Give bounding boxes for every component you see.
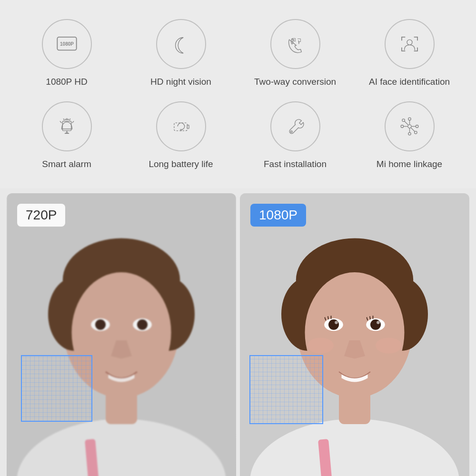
svg-line-19 [411, 128, 415, 131]
features-grid: 1080P 1080P HD HD night vision [10, 14, 466, 179]
feature-1080p-hd: 1080P 1080P HD [10, 14, 124, 97]
panel-720p: 720P [7, 193, 236, 476]
icon-two-way [270, 19, 320, 69]
pixel-zoom-box-1080 [249, 355, 323, 424]
alarm-icon [54, 113, 80, 139]
icon-installation [270, 101, 320, 151]
feature-label-1080p: 1080P HD [46, 77, 87, 87]
feature-night-vision: HD night vision [124, 14, 238, 97]
features-section: 1080P 1080P HD HD night vision [0, 0, 476, 188]
feature-mi-home: Mi home linkage [352, 97, 466, 179]
svg-line-18 [404, 121, 408, 125]
svg-point-32 [137, 319, 148, 330]
svg-point-46 [370, 319, 381, 330]
feature-label-night: HD night vision [150, 77, 211, 87]
svg-point-6 [290, 131, 292, 133]
svg-point-2 [407, 40, 412, 45]
feature-two-way: Two-way conversion [238, 14, 352, 97]
svg-point-30 [95, 319, 106, 330]
face-1080-container [240, 193, 469, 476]
feature-label-faceid: AI face identification [369, 77, 450, 87]
icon-1080p: 1080P [42, 19, 92, 69]
badge-720p: 720P [17, 204, 65, 227]
feature-battery: Long battery life [124, 97, 238, 179]
feature-smart-alarm: Smart alarm [10, 97, 124, 179]
svg-point-47 [377, 321, 380, 324]
icon-face-id [385, 19, 435, 69]
icon-alarm [42, 101, 92, 151]
icon-night-vision [156, 19, 206, 69]
face-720-container [7, 193, 236, 476]
svg-point-10 [401, 125, 404, 128]
svg-point-9 [408, 132, 411, 135]
person-720-svg [7, 193, 236, 476]
icon-mi-home [385, 101, 435, 151]
1080p-icon: 1080P [54, 31, 80, 57]
person-1080-svg [240, 193, 469, 476]
svg-point-49 [376, 338, 402, 354]
feature-label-alarm: Smart alarm [42, 159, 91, 169]
feature-label-install: Fast installation [264, 159, 327, 169]
badge-1080p: 1080P [250, 204, 306, 227]
svg-rect-5 [187, 125, 189, 129]
feature-face-id: AI face identification [352, 14, 466, 97]
face-scan-icon [397, 31, 423, 57]
svg-text:1080P: 1080P [60, 41, 73, 47]
panel-1080p: 1080P [240, 193, 469, 476]
svg-point-11 [416, 125, 418, 128]
icon-battery [156, 101, 206, 151]
svg-point-8 [408, 118, 411, 120]
network-icon [397, 113, 423, 139]
svg-point-44 [335, 321, 338, 324]
wrench-icon [282, 113, 308, 139]
svg-point-7 [407, 125, 411, 128]
feature-label-twoway: Two-way conversion [254, 77, 336, 87]
svg-point-48 [307, 338, 334, 354]
phone-arrows-icon [282, 31, 308, 57]
battery-icon [168, 113, 194, 139]
feature-label-mihome: Mi home linkage [377, 159, 442, 169]
feature-installation: Fast installation [238, 97, 352, 179]
comparison-section: 720P [0, 193, 476, 476]
svg-point-43 [328, 319, 339, 330]
feature-label-battery: Long battery life [149, 159, 213, 169]
pixel-zoom-box-720 [21, 355, 92, 422]
moon-icon [168, 31, 194, 57]
